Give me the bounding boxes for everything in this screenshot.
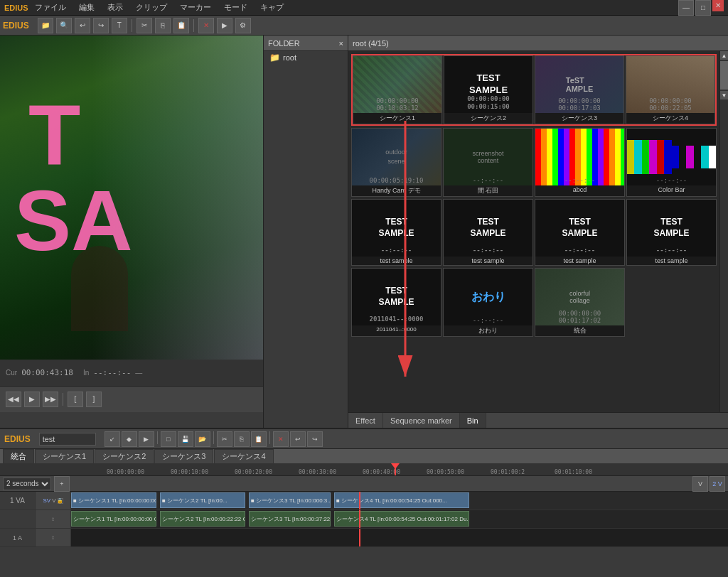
tl-btn-paste[interactable]: 📋 (251, 431, 267, 447)
tl-track-1va-content-upper[interactable]: ■ シーケンス1 TL [In:00:00:00:00 Out:000... ■… (71, 492, 728, 509)
tl-btn-3[interactable]: ▶ (139, 431, 154, 447)
tl-clip-seq2-upper[interactable]: ■ シーケンス2 TL [In:00... (160, 492, 245, 508)
close-button[interactable]: ✕ (712, 0, 724, 11)
delete-button[interactable]: ✕ (198, 18, 214, 33)
paste-button[interactable]: 📋 (173, 18, 189, 33)
ruler-mark-3: 00:00:30:00 (299, 469, 363, 475)
folder-close-button[interactable]: × (339, 39, 343, 48)
cut-button[interactable]: ✂ (136, 18, 152, 33)
bin-scrollbar[interactable]: ▲ ▼ (719, 51, 728, 412)
text-button[interactable]: T (112, 18, 127, 33)
play-back-button[interactable]: ◀◀ (6, 392, 21, 407)
tl-zoom-in-btn[interactable]: + (54, 476, 70, 492)
out-point-button[interactable]: ] (86, 392, 102, 407)
tl-track-1va-lower: ↕ シーケンス1 TL [In:00:00:00:00 Out:00:00:22… (0, 510, 728, 529)
tab-seq-marker[interactable]: Sequence marker (383, 413, 460, 428)
play-button[interactable]: ▶ (24, 392, 40, 407)
bin-item-seq3[interactable]: 主 TeSTAMPLE 00:00:00:00 00:00:17:03 シーケン… (535, 55, 624, 124)
menu-file[interactable]: ファイル (33, 1, 68, 14)
settings-button[interactable]: ⚙ (235, 18, 251, 33)
bin-item-seq1[interactable]: 主 00:00:00:00 00:10:03:12 シーケンス1 (353, 55, 442, 124)
tl-clip-seq4-lower[interactable]: シーケンス4 TL [In:00:00:54:25 Out:00:01:17:0… (334, 511, 469, 527)
tl-btn-del[interactable]: ✕ (273, 431, 289, 447)
open-button[interactable]: 📁 (38, 18, 53, 33)
bin-item-seq2[interactable]: 主 TESTSAMPLE 00:00:00:00 00:00:15:00 シーケ… (444, 55, 533, 124)
preview-timecode-cur: 00:00:43:18 (21, 368, 73, 377)
scroll-down-arrow[interactable]: ▼ (720, 91, 728, 99)
tl-tab-seq4[interactable]: シーケンス4 (214, 449, 273, 463)
tl-btn-redo[interactable]: ↪ (307, 431, 323, 447)
tl-track-v-btn[interactable]: V (52, 497, 55, 504)
scroll-up-arrow[interactable]: ▲ (720, 51, 728, 60)
tl-track-1va-content-lower[interactable]: シーケンス1 TL [In:00:00:00:00 Out:00:00:22:2… (71, 510, 728, 528)
bin-item-sougou[interactable]: 主 colorfulcollage 00:00:00:00 00:01:17:0… (535, 268, 625, 337)
seq2-tc2: 00:00:15:00 (444, 103, 532, 112)
tl-tab-seq2[interactable]: シーケンス2 (95, 449, 154, 463)
export-button[interactable]: ▶ (217, 18, 232, 33)
tl-track-a-btn[interactable]: ↕ (52, 516, 55, 522)
bin-item-seq4[interactable]: 主 00:00:00:00 00:00:22:05 シーケンス4 (626, 55, 715, 124)
tl-clip-seq3-lower[interactable]: シーケンス3 TL [In:00:00:37:22 Out:0... (249, 511, 331, 527)
tl-clip-seq1-lower[interactable]: シーケンス1 TL [In:00:00:00:00 Out:00:00:22:2… (71, 511, 156, 527)
search-button[interactable]: 🔍 (56, 18, 72, 33)
tl-tab-seq3[interactable]: シーケンス3 (154, 449, 213, 463)
bin-item-ts4[interactable]: T TESTSAMPLE --:--:-- test sample (626, 199, 717, 266)
tl-btn-open[interactable]: 📂 (195, 431, 210, 447)
tl-btn-2[interactable]: ◆ (122, 431, 137, 447)
tl-zoom-select[interactable]: 2 seconds (3, 478, 51, 490)
bin-item-handy[interactable]: 日 outdoorscene 00:00:05:19:10 Handy Cam … (351, 128, 441, 197)
tl-btn-undo[interactable]: ↩ (290, 431, 306, 447)
tl-track-1a-content[interactable] (71, 529, 728, 546)
tl-btn-1[interactable]: ↙ (105, 431, 120, 447)
tl-track-lock-btn[interactable]: 🔒 (58, 498, 63, 504)
tl-btn-copy[interactable]: ⎘ (234, 431, 250, 447)
undo-button[interactable]: ↩ (75, 18, 90, 33)
bin-item-owari[interactable]: T おわり --:--:-- おわり (443, 268, 533, 337)
scroll-thumb[interactable] (720, 61, 728, 90)
tl-track-a-mute[interactable]: ↕ (52, 534, 55, 541)
tl-v-toggle[interactable]: V (692, 476, 708, 492)
tl-clip-seq3-upper[interactable]: ■ シーケンス3 TL [In:00:000:3... (249, 492, 331, 508)
bin-item-colorbar[interactable]: --:--:-- Color Bar (626, 128, 717, 197)
tl-clip-seq2-lower[interactable]: シーケンス2 TL [In:00:00:22:22 O... (160, 511, 245, 527)
tl-track-toggles: V 2 V (692, 476, 725, 492)
tl-tab-sougou[interactable]: 統合 (3, 449, 34, 463)
menu-clip[interactable]: クリップ (134, 1, 169, 14)
bin-item-ts3[interactable]: 📷 TESTSAMPLE --:--:-- test sample (535, 199, 625, 266)
tl-track-sv-btn[interactable]: SV (43, 497, 50, 504)
folder-title: FOLDER (268, 39, 300, 48)
tl-project-name-input[interactable] (39, 433, 96, 446)
redo-button[interactable]: ↪ (93, 18, 109, 33)
menu-view[interactable]: 表示 (105, 1, 125, 14)
menu-edit[interactable]: 編集 (77, 1, 97, 14)
play-forward-button[interactable]: ▶▶ (43, 392, 58, 407)
tl-2v-toggle[interactable]: 2 V (710, 476, 725, 492)
tl-tab-seq1[interactable]: シーケンス1 (35, 449, 94, 463)
folder-root-item[interactable]: 📁 root (264, 51, 348, 64)
seq1-tc1: 00:00:00:00 (353, 97, 441, 104)
minimize-button[interactable]: — (678, 0, 694, 16)
tab-bin[interactable]: Bin (460, 413, 486, 428)
tl-btn-save[interactable]: 💾 (178, 431, 193, 447)
bin-item-screen[interactable]: screenshotcontent --:--:-- 間 石田 (443, 128, 533, 197)
tab-effect[interactable]: Effect (348, 413, 383, 428)
copy-button[interactable]: ⎘ (155, 18, 171, 33)
preview-in-label: In (83, 369, 89, 377)
bin-item-abcd[interactable]: --:--:-- abcd (535, 128, 625, 197)
tl-clip-seq1-upper[interactable]: ■ シーケンス1 TL [In:00:00:00:00 Out:000... (71, 492, 156, 508)
menu-mode[interactable]: モード (222, 1, 250, 14)
timeline-area: EDIUS ↙ ◆ ▶ □ 💾 📂 ✂ ⎘ 📋 ✕ ↩ ↪ 統合 シーケンス1 … (0, 428, 728, 577)
menu-marker[interactable]: マーカー (178, 1, 213, 14)
seq3-label: シーケンス3 (535, 113, 623, 124)
bin-item-ts1[interactable]: T TESTSAMPLE --:--:-- test sample (351, 199, 441, 266)
bin-item-ts2[interactable]: 📷 TESTSAMPLE --:--:-- test sample (443, 199, 533, 266)
tl-btn-new[interactable]: □ (161, 431, 176, 447)
tl-btn-cut[interactable]: ✂ (217, 431, 232, 447)
maximize-button[interactable]: □ (695, 0, 711, 16)
bin-item-ts5[interactable]: T TESTSAMPLE 2011041--:0000 2011041--:00… (351, 268, 441, 337)
bin-scroll-area[interactable]: 主 00:00:00:00 00:10:03:12 シーケンス1 (348, 51, 719, 412)
tl-clip-seq4-upper[interactable]: ■ シーケンス4 TL [In:00:00:54:25 Out:000... (334, 492, 469, 508)
edius-logo-toolbar: EDIUS (3, 21, 29, 31)
menu-capture[interactable]: キャプ (258, 1, 286, 14)
in-point-button[interactable]: [ (68, 392, 83, 407)
